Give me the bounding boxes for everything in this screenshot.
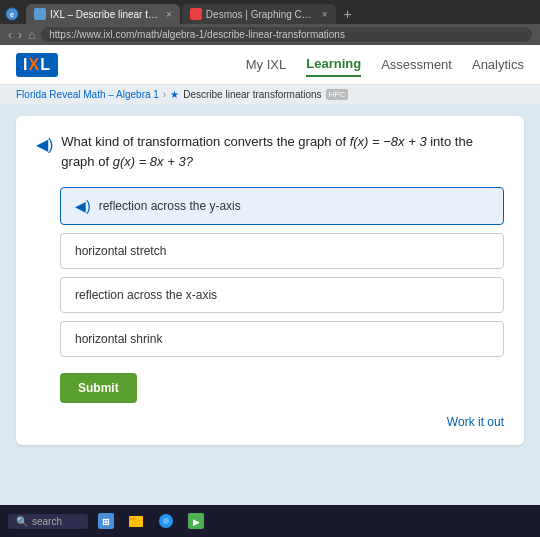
nav-learning[interactable]: Learning bbox=[306, 52, 361, 77]
svg-text:⊞: ⊞ bbox=[102, 517, 110, 527]
svg-rect-5 bbox=[129, 518, 135, 520]
nav-analytics[interactable]: Analytics bbox=[472, 53, 524, 76]
option-reflection-y[interactable]: ◀) reflection across the y-axis bbox=[60, 187, 504, 225]
taskbar-start[interactable]: ⊞ bbox=[94, 509, 118, 533]
tab-title-desmos: Desmos | Graphing Calculator bbox=[206, 9, 316, 20]
tab-desmos[interactable]: Desmos | Graphing Calculator × bbox=[182, 4, 336, 24]
question-speaker-icon[interactable]: ◀) bbox=[36, 133, 53, 157]
tab-close-desmos[interactable]: × bbox=[322, 9, 328, 20]
ixl-logo: IXL bbox=[16, 53, 58, 77]
tab-ixl[interactable]: IXL – Describe linear transformati × bbox=[26, 4, 180, 24]
submit-row: Submit bbox=[60, 373, 504, 403]
back-button[interactable]: ‹ bbox=[8, 28, 12, 42]
home-button[interactable]: ⌂ bbox=[28, 28, 35, 42]
tab-close-ixl[interactable]: × bbox=[166, 9, 172, 20]
work-it-out-link[interactable]: Work it out bbox=[447, 415, 504, 429]
taskbar-extra[interactable]: ▶ bbox=[184, 509, 208, 533]
option-reflection-x[interactable]: reflection across the x-axis bbox=[60, 277, 504, 313]
address-input[interactable] bbox=[41, 27, 532, 42]
svg-point-7 bbox=[163, 518, 169, 524]
taskbar-search[interactable]: 🔍 search bbox=[8, 514, 88, 529]
breadcrumb-link-star: ★ bbox=[170, 89, 179, 100]
tab-bar: e IXL – Describe linear transformati × D… bbox=[0, 0, 540, 24]
tab-favicon-desmos bbox=[190, 8, 202, 20]
breadcrumb-current: Describe linear transformations bbox=[183, 89, 321, 100]
answer-options: ◀) reflection across the y-axis horizont… bbox=[60, 187, 504, 357]
search-icon: 🔍 bbox=[16, 516, 28, 527]
question-card: ◀) What kind of transformation converts … bbox=[16, 116, 524, 445]
svg-text:▶: ▶ bbox=[193, 517, 200, 527]
work-it-out-section: Work it out bbox=[36, 415, 504, 429]
option-speaker-icon-1[interactable]: ◀) bbox=[75, 198, 91, 214]
search-label: search bbox=[32, 516, 62, 527]
option-label-2: horizontal stretch bbox=[75, 244, 166, 258]
question-text: ◀) What kind of transformation converts … bbox=[36, 132, 504, 171]
address-bar: ‹ › ⌂ bbox=[0, 24, 540, 45]
taskbar: 🔍 search ⊞ ▶ bbox=[0, 505, 540, 537]
ixl-page: IXL My IXL Learning Assessment Analytics… bbox=[0, 45, 540, 530]
option-horizontal-shrink[interactable]: horizontal shrink bbox=[60, 321, 504, 357]
question-fx: f(x) = −8x + 3 bbox=[350, 134, 431, 149]
forward-button[interactable]: › bbox=[18, 28, 22, 42]
question-prefix: What kind of transformation converts the… bbox=[61, 134, 346, 149]
nav-my-ixl[interactable]: My IXL bbox=[246, 53, 286, 76]
question-body: What kind of transformation converts the… bbox=[61, 132, 504, 171]
ixl-header: IXL My IXL Learning Assessment Analytics bbox=[0, 45, 540, 85]
option-label-1: reflection across the y-axis bbox=[99, 199, 241, 213]
browser-chrome: e IXL – Describe linear transformati × D… bbox=[0, 0, 540, 45]
main-content: ◀) What kind of transformation converts … bbox=[0, 104, 540, 530]
submit-button[interactable]: Submit bbox=[60, 373, 137, 403]
breadcrumb-link-algebra[interactable]: Florida Reveal Math – Algebra 1 bbox=[16, 89, 159, 100]
breadcrumb-badge: HPC bbox=[326, 89, 349, 100]
tab-favicon-ixl bbox=[34, 8, 46, 20]
tab-title-ixl: IXL – Describe linear transformati bbox=[50, 9, 160, 20]
browser-icon: e bbox=[4, 6, 20, 22]
svg-text:e: e bbox=[10, 11, 14, 18]
taskbar-browser[interactable] bbox=[154, 509, 178, 533]
option-label-4: horizontal shrink bbox=[75, 332, 162, 346]
new-tab-button[interactable]: + bbox=[338, 4, 358, 24]
svg-rect-4 bbox=[129, 516, 143, 527]
breadcrumb-separator: › bbox=[163, 89, 166, 100]
taskbar-files[interactable] bbox=[124, 509, 148, 533]
option-label-3: reflection across the x-axis bbox=[75, 288, 217, 302]
breadcrumb: Florida Reveal Math – Algebra 1 › ★ Desc… bbox=[0, 85, 540, 104]
option-horizontal-stretch[interactable]: horizontal stretch bbox=[60, 233, 504, 269]
question-gx: g(x) = 8x + 3? bbox=[113, 154, 193, 169]
nav-assessment[interactable]: Assessment bbox=[381, 53, 452, 76]
